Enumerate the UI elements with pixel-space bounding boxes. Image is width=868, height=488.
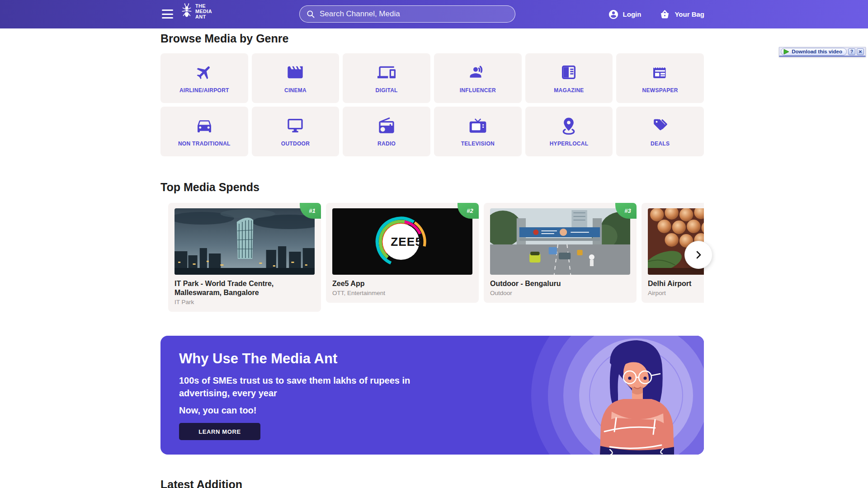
zee5-image: ZEE5 — [332, 208, 472, 275]
genre-label: TELEVISION — [461, 141, 495, 147]
airplane-icon — [195, 63, 213, 81]
download-close-button[interactable]: ✕ — [857, 48, 864, 55]
top-media-spends-title: Top Media Spends — [160, 181, 704, 194]
banner-line2: Now, you can too! — [179, 405, 704, 416]
genre-label: CINEMA — [284, 87, 307, 94]
card-title: Outdoor - Bengaluru — [490, 279, 630, 288]
genre-tile-digital[interactable]: DIGITAL — [343, 53, 430, 103]
genre-tile-non-traditional[interactable]: NON TRADITIONAL — [160, 107, 248, 156]
bag-label: Your Bag — [675, 10, 704, 18]
latest-addition-title: Latest Addition — [160, 478, 704, 488]
card-subtitle: Airport — [648, 290, 704, 296]
search-input[interactable] — [320, 9, 509, 19]
genre-label: AIRLINE/AIRPORT — [179, 87, 229, 94]
card-subtitle: Outdoor — [490, 290, 630, 296]
why-use-banner: Why Use The Media Ant 100s of SMEs trust… — [160, 336, 704, 455]
banner-title: Why Use The Media Ant — [179, 351, 704, 367]
logo-text: THE MEDIA ANT — [195, 3, 212, 20]
learn-more-button[interactable]: LEARN MORE — [179, 423, 260, 440]
it-park-image — [175, 208, 315, 275]
zee5-logo-text: ZEE5 — [391, 235, 422, 249]
genre-tile-radio[interactable]: RADIO — [343, 107, 430, 156]
media-card-it-park[interactable]: #1 — [168, 203, 321, 312]
carousel-next-button[interactable] — [684, 241, 712, 269]
clapperboard-icon — [286, 63, 304, 81]
location-pin-icon — [560, 117, 578, 135]
hamburger-menu-icon[interactable] — [162, 9, 173, 19]
banner-line1: 100s of SMEs trust us to save them lakhs… — [179, 374, 434, 399]
card-title: Delhi Airport — [648, 279, 704, 288]
card-subtitle: OTT, Entertainment — [332, 290, 472, 296]
media-card-zee5[interactable]: #2 ZEE5 — [326, 203, 479, 303]
media-card-outdoor-bengaluru[interactable]: #3 — [484, 203, 637, 303]
genre-tile-influencer[interactable]: INFLUENCER — [434, 53, 522, 103]
genre-tile-television[interactable]: TELEVISION — [434, 107, 522, 156]
download-video-overlay: Download this video ? ✕ — [779, 47, 866, 57]
play-icon — [783, 49, 789, 55]
car-icon — [195, 117, 213, 135]
search-bar — [299, 5, 515, 23]
genre-label: INFLUENCER — [460, 87, 496, 94]
your-bag-button[interactable]: Your Bag — [659, 9, 704, 20]
search-icon — [306, 9, 315, 19]
genre-tile-magazine[interactable]: MAGAZINE — [525, 53, 613, 103]
media-ant-logo[interactable]: THE MEDIA ANT — [181, 2, 212, 20]
genre-grid: AIRLINE/AIRPORT CINEMA DIGITAL INFLUENCE… — [160, 53, 704, 156]
browse-genre-title: Browse Media by Genre — [160, 32, 704, 45]
download-video-button[interactable]: Download this video — [781, 48, 847, 56]
person-broadcast-icon — [469, 63, 487, 81]
genre-label: RADIO — [377, 141, 396, 147]
genre-tile-deals[interactable]: DEALS — [616, 107, 704, 156]
radio-icon — [377, 117, 396, 135]
login-button[interactable]: Login — [608, 9, 642, 20]
outdoor-bengaluru-image — [490, 208, 630, 275]
genre-label: OUTDOOR — [281, 141, 310, 147]
tags-icon — [651, 117, 669, 135]
genre-tile-hyperlocal[interactable]: HYPERLOCAL — [525, 107, 613, 156]
magazine-icon — [560, 63, 578, 81]
genre-label: NEWSPAPER — [642, 87, 678, 94]
genre-label: MAGAZINE — [554, 87, 584, 94]
genre-label: NON TRADITIONAL — [178, 141, 231, 147]
genre-tile-cinema[interactable]: CINEMA — [252, 53, 340, 103]
media-spends-carousel: #1 — [160, 203, 704, 312]
account-icon — [608, 9, 619, 20]
card-title: Zee5 App — [332, 279, 472, 288]
genre-tile-airline-airport[interactable]: AIRLINE/AIRPORT — [160, 53, 248, 103]
genre-label: DEALS — [651, 141, 670, 147]
bag-icon — [659, 9, 670, 20]
billboard-icon — [286, 117, 304, 135]
genre-tile-newspaper[interactable]: NEWSPAPER — [616, 53, 704, 103]
tv-icon — [469, 117, 487, 135]
download-help-button[interactable]: ? — [848, 48, 855, 55]
genre-label: DIGITAL — [376, 87, 398, 94]
top-navbar: THE MEDIA ANT Login Your Bag — [0, 0, 868, 28]
card-subtitle: IT Park — [175, 299, 315, 305]
ant-icon — [181, 2, 193, 20]
chevron-right-icon — [693, 249, 704, 260]
download-video-label: Download this video — [792, 49, 842, 54]
genre-label: HYPERLOCAL — [550, 141, 589, 147]
card-title: IT Park - World Trade Centre, Malleswara… — [175, 279, 315, 297]
login-label: Login — [623, 10, 642, 18]
devices-icon — [377, 63, 396, 81]
genre-tile-outdoor[interactable]: OUTDOOR — [252, 107, 340, 156]
newspaper-icon — [651, 63, 669, 81]
